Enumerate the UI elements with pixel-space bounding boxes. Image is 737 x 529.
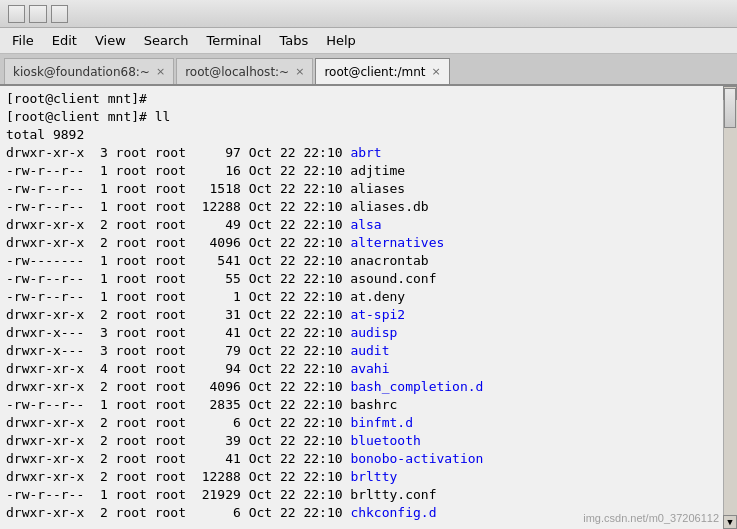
tab-kiosk-label: kiosk@foundation68:~ xyxy=(13,65,150,79)
menu-file[interactable]: File xyxy=(4,31,42,50)
tab-localhost-label: root@localhost:~ xyxy=(185,65,289,79)
tab-kiosk-close[interactable]: × xyxy=(156,65,165,78)
tab-kiosk[interactable]: kiosk@foundation68:~ × xyxy=(4,58,174,84)
watermark: img.csdn.net/m0_37206112 xyxy=(583,509,719,527)
tab-client-close[interactable]: × xyxy=(432,65,441,78)
scrollbar-track: ▲ ▼ xyxy=(723,86,737,529)
titlebar xyxy=(0,0,737,28)
menu-help[interactable]: Help xyxy=(318,31,364,50)
scroll-down-button[interactable]: ▼ xyxy=(723,515,737,529)
terminal[interactable]: [root@client mnt]# [root@client mnt]# ll… xyxy=(0,86,737,529)
maximize-button[interactable] xyxy=(29,5,46,23)
minimize-button[interactable] xyxy=(8,5,25,23)
terminal-output: [root@client mnt]# [root@client mnt]# ll… xyxy=(6,90,731,522)
tabbar: kiosk@foundation68:~ × root@localhost:~ … xyxy=(0,54,737,86)
menu-edit[interactable]: Edit xyxy=(44,31,85,50)
menu-terminal[interactable]: Terminal xyxy=(198,31,269,50)
menubar: File Edit View Search Terminal Tabs Help xyxy=(0,28,737,54)
tab-client-label: root@client:/mnt xyxy=(324,65,425,79)
tab-client[interactable]: root@client:/mnt × xyxy=(315,58,449,84)
scroll-thumb[interactable] xyxy=(724,88,736,128)
close-button[interactable] xyxy=(51,5,68,23)
menu-tabs[interactable]: Tabs xyxy=(271,31,316,50)
menu-view[interactable]: View xyxy=(87,31,134,50)
menu-search[interactable]: Search xyxy=(136,31,197,50)
tab-localhost[interactable]: root@localhost:~ × xyxy=(176,58,313,84)
tab-localhost-close[interactable]: × xyxy=(295,65,304,78)
